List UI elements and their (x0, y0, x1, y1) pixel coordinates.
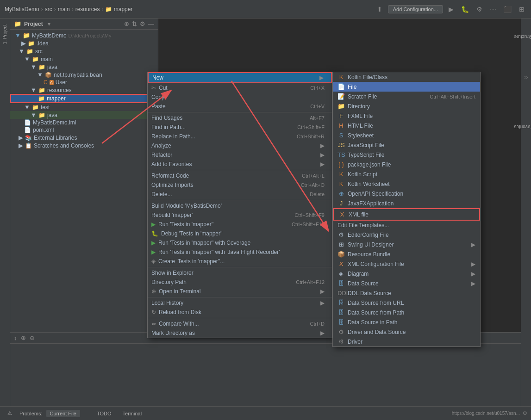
submenu-kotlin-worksheet[interactable]: K Kotlin Worksheet (333, 179, 480, 189)
submenu-kotlin-file[interactable]: K Kotlin File/Class (333, 72, 480, 82)
submenu-edit-templates[interactable]: Edit File Templates... (333, 221, 480, 230)
user-label: User (56, 79, 67, 86)
tree-java[interactable]: ▼ 📁 java (10, 63, 158, 71)
git-icon[interactable]: ⬆ (375, 5, 384, 14)
project-name[interactable]: MyBatisDemo (5, 6, 39, 12)
sidebar-item-favorites[interactable]: ☆ (520, 73, 531, 81)
menu-item-replace-path[interactable]: Replace in Path... Ctrl+Shift+R (148, 132, 332, 141)
menu-item-debug-tests[interactable]: 🐛 Debug 'Tests in 'mapper'' (148, 229, 332, 238)
minimize-icon[interactable]: — (148, 20, 154, 27)
debug-icon[interactable]: 🐛 (459, 5, 471, 14)
menu-item-local-history[interactable]: Local History ▶ (148, 298, 332, 308)
submenu-driver-ds[interactable]: ⚙ Driver and Data Source (333, 327, 480, 337)
submenu-file[interactable]: 📄 File (333, 82, 480, 92)
tree-iml[interactable]: 📄 MyBatisDemo.iml (10, 119, 158, 126)
filter-icon[interactable]: ⊕ (21, 334, 26, 341)
menu-item-copy[interactable]: Copy (148, 93, 332, 102)
menu-item-open-terminal[interactable]: ⊕ Open in Terminal ▶ (148, 287, 332, 296)
expand-icon[interactable]: ↕ (14, 334, 17, 341)
submenu-ds-in-path[interactable]: 🗄 Data Source in Path (333, 317, 480, 327)
menu-item-reload[interactable]: ↻ Reload from Disk (148, 308, 332, 317)
delete-shortcut: Delete (310, 191, 325, 197)
menu-item-add-favorites[interactable]: Add to Favorites ▶ (148, 160, 332, 169)
tab-terminal[interactable]: Terminal (119, 410, 146, 417)
settings-gear-icon[interactable]: ⚙ (523, 410, 527, 416)
settings-icon[interactable]: ⚙ (140, 20, 145, 27)
menu-item-run-flight[interactable]: ▶ Run 'Tests in 'mapper'' with 'Java Fli… (148, 247, 332, 257)
submenu-driver[interactable]: ⚙ Driver (333, 337, 480, 346)
play-icon[interactable]: ▶ (447, 5, 456, 14)
submenu-data-source[interactable]: 🗄 Data Source ▶ (333, 278, 480, 288)
tab-problems-icon[interactable]: ⚠ (4, 409, 16, 417)
tab-current-file[interactable]: Current File (46, 410, 80, 417)
submenu-xml-config[interactable]: X XML Configuration File ▶ (333, 259, 480, 269)
menu-item-find-path[interactable]: Find in Path... Ctrl+Shift+F (148, 123, 332, 132)
submenu-resource-bundle[interactable]: 📦 Resource Bundle (333, 249, 480, 259)
tree-mapper[interactable]: 📁 mapper (10, 94, 158, 103)
menu-item-optimize[interactable]: Optimize Imports Ctrl+Alt+O (148, 180, 332, 190)
menu-item-show-explorer[interactable]: Show in Explorer (148, 268, 332, 278)
submenu-kotlin-script[interactable]: K Kotlin Script (333, 169, 480, 179)
tab-todo[interactable]: TODO (93, 410, 115, 417)
tree-src[interactable]: ▼ 📁 src (10, 47, 158, 55)
menu-item-run-tests[interactable]: ▶ Run 'Tests in 'mapper'' Ctrl+Shift+F10 (148, 220, 332, 229)
menu-item-delete[interactable]: Delete... Delete (148, 190, 332, 199)
submenu-stylesheet[interactable]: S Stylesheet (333, 130, 480, 140)
submenu-xml-file[interactable]: X XML file (333, 208, 480, 221)
tree-user[interactable]: C c User (10, 79, 158, 86)
submenu-javafx[interactable]: J JavaFXApplication (333, 198, 480, 208)
submenu-fxml[interactable]: F FXML File (333, 111, 480, 121)
layout-icon[interactable]: ⊞ (517, 5, 526, 14)
menu-item-refactor[interactable]: Refactor ▶ (148, 150, 332, 160)
run-with-coverage-icon[interactable]: ⚙ (475, 5, 484, 14)
menu-item-paste[interactable]: Paste Ctrl+V (148, 102, 332, 111)
submenu-ts[interactable]: TS TypeScript File (333, 150, 480, 160)
tree-main[interactable]: ▼ 📁 main (10, 55, 158, 63)
menu-item-compare[interactable]: ⇔ Compare With... Ctrl+D (148, 319, 332, 328)
tree-test[interactable]: ▼ 📁 test (10, 103, 158, 111)
sidebar-item-project[interactable]: 1: Project (1, 21, 9, 48)
tree-package[interactable]: ▼ 📦 net.tp.mybatis.bean (10, 71, 158, 79)
tree-resources[interactable]: ▼ 📁 resources (10, 86, 158, 94)
submenu-editorconfig[interactable]: ⚙ EditorConfig File (333, 230, 480, 240)
menu-item-run-coverage[interactable]: ▶ Run 'Tests in 'mapper'' with Coverage (148, 238, 332, 247)
submenu-ds-url[interactable]: 🗄 Data Source from URL (333, 298, 480, 308)
sidebar-item-favorites-label[interactable]: 2: Favorites (510, 123, 531, 131)
submenu-js[interactable]: JS JavaScript File (333, 140, 480, 150)
dropdown-arrow-icon[interactable]: ▾ (48, 21, 50, 27)
tree-root[interactable]: ▼ 📁 MyBatisDemo D:\IdeaProjects\My (10, 31, 158, 39)
locate-icon[interactable]: ⊕ (124, 20, 129, 27)
submenu-ddl[interactable]: DDL DDL Data Source (333, 288, 480, 298)
tree-test-java[interactable]: ▼ 📁 java (10, 111, 158, 119)
submenu-swing[interactable]: ⊞ Swing UI Designer ▶ (333, 240, 480, 249)
tree-external-libs[interactable]: ▶ 📚 External Libraries (10, 134, 158, 142)
menu-item-cut[interactable]: ✂ Cut Ctrl+X (148, 83, 332, 93)
menu-item-create-tests[interactable]: ◈ Create 'Tests in 'mapper''... (148, 257, 332, 266)
menu-item-reformat[interactable]: Reformat Code Ctrl+Alt+L (148, 171, 332, 180)
menu-item-dir-path[interactable]: Directory Path Ctrl+Alt+F12 (148, 278, 332, 287)
debug-tests-label: Debug 'Tests in 'mapper'' (161, 230, 223, 237)
submenu-openapi[interactable]: ⊕ OpenAPI Specification (333, 189, 480, 198)
menu-item-build[interactable]: Build Module 'MyBatisDemo' (148, 201, 332, 210)
submenu-package-json[interactable]: { } package.json File (333, 160, 480, 169)
stop-icon[interactable]: ⬛ (502, 5, 513, 14)
menu-item-rebuild[interactable]: Rebuild 'mapper' Ctrl+Shift+F9 (148, 210, 332, 220)
tree-pom[interactable]: 📄 pom.xml (10, 126, 158, 134)
submenu-ds-path[interactable]: 🗄 Data Source from Path (333, 308, 480, 317)
tree-scratches[interactable]: ▶ 📋 Scratches and Consoles (10, 142, 158, 149)
menu-item-new[interactable]: New ▶ (148, 72, 332, 83)
more-actions-icon[interactable]: ⋯ (488, 5, 498, 14)
expand-all-icon[interactable]: ⇅ (132, 20, 137, 27)
submenu-scratch-file[interactable]: 📝 Scratch File Ctrl+Alt+Shift+Insert (333, 92, 480, 101)
tree-idea[interactable]: ▶ 📁 .idea (10, 39, 158, 47)
menu-item-mark-dir[interactable]: Mark Directory as ▶ (148, 328, 332, 338)
submenu-html[interactable]: H HTML File (333, 121, 480, 130)
add-configuration-button[interactable]: Add Configuration... (388, 5, 443, 13)
submenu-directory[interactable]: 📁 Directory (333, 101, 480, 111)
menu-item-find-usages[interactable]: Find Usages Alt+F7 (148, 113, 332, 123)
open-terminal-label: Open in Terminal (159, 288, 201, 295)
sort-icon[interactable]: ⊖ (30, 334, 35, 341)
menu-item-analyze[interactable]: Analyze ▶ (148, 141, 332, 150)
submenu-diagram[interactable]: ◈ Diagram ▶ (333, 269, 480, 278)
sidebar-item-structure[interactable]: Z: Structure (510, 33, 531, 41)
